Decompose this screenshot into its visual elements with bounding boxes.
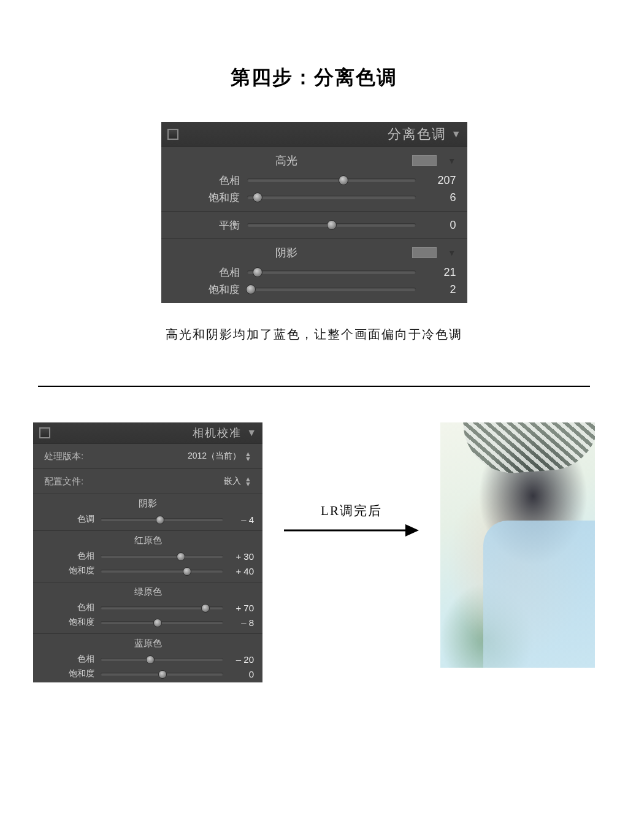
calib-blue-section: 蓝原色 色相 – 20 饱和度 0 — [33, 634, 262, 682]
process-version-label: 处理版本: — [44, 451, 188, 462]
slider-track[interactable] — [247, 270, 416, 274]
slider-value: 21 — [416, 266, 456, 279]
slider-value: – 20 — [223, 654, 254, 665]
slider-thumb[interactable] — [177, 552, 185, 561]
slider-label: 饱和度 — [161, 283, 247, 297]
slider-value: + 70 — [223, 603, 254, 613]
shadows-sat-slider[interactable]: 饱和度 2 — [161, 281, 467, 298]
calib-blue-label: 蓝原色 — [33, 636, 262, 652]
slider-label: 色相 — [161, 174, 247, 188]
highlights-sat-slider[interactable]: 饱和度 6 — [161, 189, 467, 206]
process-version-row[interactable]: 处理版本: 2012（当前） ▲▼ — [33, 444, 262, 469]
calib-shadows-label: 阴影 — [33, 497, 262, 512]
slider-label: 饱和度 — [33, 617, 101, 628]
slider-label: 色相 — [33, 551, 101, 562]
panel-toggle-icon[interactable] — [39, 427, 50, 438]
panel-toggle-icon[interactable] — [167, 129, 178, 140]
slider-track[interactable] — [247, 178, 416, 182]
calib-blue-hue-slider[interactable]: 色相 – 20 — [33, 652, 262, 666]
slider-track[interactable] — [101, 621, 223, 624]
calib-shadows-tint-slider[interactable]: 色调 – 4 — [33, 512, 262, 527]
dropdown-value: 嵌入 — [224, 476, 241, 487]
slider-thumb[interactable] — [156, 516, 164, 524]
calib-red-section: 红原色 色相 + 30 饱和度 + 40 — [33, 531, 262, 582]
slider-track[interactable] — [101, 518, 223, 521]
highlights-swatch[interactable] — [412, 155, 437, 166]
profile-value[interactable]: 嵌入 ▲▼ — [224, 476, 251, 487]
slider-thumb[interactable] — [183, 567, 191, 576]
slider-thumb[interactable] — [146, 655, 155, 664]
slider-value: + 30 — [223, 551, 254, 562]
profile-row[interactable]: 配置文件: 嵌入 ▲▼ — [33, 469, 262, 494]
slider-thumb[interactable] — [253, 193, 262, 202]
shadows-section: 阴影 ▼ 色相 21 饱和度 2 — [161, 239, 467, 303]
chevron-down-icon[interactable]: ▼ — [448, 248, 456, 258]
slider-track[interactable] — [247, 288, 416, 291]
panel-title-text: 分离色调 — [178, 125, 451, 143]
highlights-section: 高光 ▼ 色相 207 饱和度 6 — [161, 147, 467, 212]
arrow-label: LR调完后 — [321, 502, 382, 519]
slider-value: 0 — [223, 669, 254, 679]
updown-icon[interactable]: ▲▼ — [245, 451, 251, 461]
calib-blue-sat-slider[interactable]: 饱和度 0 — [33, 666, 262, 681]
slider-value: 6 — [416, 191, 456, 204]
process-version-value[interactable]: 2012（当前） ▲▼ — [188, 451, 251, 462]
slider-value: 2 — [416, 283, 456, 296]
chevron-down-icon[interactable]: ▼ — [448, 156, 456, 166]
slider-track[interactable] — [101, 570, 223, 573]
slider-track[interactable] — [101, 673, 223, 676]
slider-thumb[interactable] — [327, 220, 337, 230]
chevron-down-icon[interactable]: ▼ — [451, 129, 461, 140]
calib-green-label: 绿原色 — [33, 585, 262, 600]
slider-thumb[interactable] — [153, 619, 162, 627]
calib-green-section: 绿原色 色相 + 70 饱和度 – 8 — [33, 582, 262, 634]
panel-title-text: 相机校准 — [50, 426, 247, 440]
camera-calibration-panel: 相机校准 ▼ 处理版本: 2012（当前） ▲▼ 配置文件: 嵌入 ▲▼ 阴影 — [33, 422, 262, 682]
arrow-right-icon — [284, 522, 419, 539]
result-photo — [440, 422, 595, 668]
slider-track[interactable] — [247, 196, 416, 199]
calib-green-hue-slider[interactable]: 色相 + 70 — [33, 600, 262, 615]
dropdown-value: 2012（当前） — [188, 451, 241, 462]
calib-red-label: 红原色 — [33, 533, 262, 549]
divider-line — [38, 386, 590, 387]
slider-thumb[interactable] — [246, 284, 256, 294]
slider-label: 色调 — [33, 514, 101, 525]
page-title: 第四步：分离色调 — [0, 64, 628, 91]
slider-label: 平衡 — [161, 218, 247, 232]
slider-value: – 4 — [223, 514, 254, 525]
slider-thumb[interactable] — [201, 604, 210, 613]
balance-slider[interactable]: 平衡 0 — [161, 216, 467, 234]
caption-text: 高光和阴影均加了蓝色，让整个画面偏向于冷色调 — [0, 326, 628, 343]
slider-thumb[interactable] — [253, 267, 262, 277]
slider-value: 207 — [416, 174, 456, 187]
slider-label: 色相 — [33, 602, 101, 613]
updown-icon[interactable]: ▲▼ — [245, 476, 251, 486]
slider-track[interactable] — [101, 555, 223, 558]
slider-thumb[interactable] — [339, 175, 348, 185]
shadows-swatch[interactable] — [412, 247, 437, 258]
slider-track[interactable] — [101, 606, 223, 609]
slider-track[interactable] — [247, 223, 416, 227]
profile-label: 配置文件: — [44, 476, 224, 487]
highlights-hue-slider[interactable]: 色相 207 — [161, 172, 467, 189]
slider-label: 色相 — [33, 654, 101, 665]
highlights-label: 高光 — [161, 153, 412, 168]
shadows-hue-slider[interactable]: 色相 21 — [161, 264, 467, 281]
panel-header[interactable]: 分离色调 ▼ — [161, 122, 467, 147]
shadows-header: 阴影 ▼ — [161, 244, 467, 264]
slider-value: + 40 — [223, 566, 254, 576]
calib-shadows-section: 阴影 色调 – 4 — [33, 494, 262, 531]
calib-red-sat-slider[interactable]: 饱和度 + 40 — [33, 563, 262, 578]
chevron-down-icon[interactable]: ▼ — [247, 427, 256, 438]
svg-marker-1 — [405, 524, 419, 536]
split-toning-panel: 分离色调 ▼ 高光 ▼ 色相 207 饱和度 6 — [161, 122, 467, 303]
panel-header[interactable]: 相机校准 ▼ — [33, 422, 262, 444]
calib-green-sat-slider[interactable]: 饱和度 – 8 — [33, 615, 262, 630]
shadows-label: 阴影 — [161, 245, 412, 260]
slider-thumb[interactable] — [158, 670, 167, 679]
slider-track[interactable] — [101, 658, 223, 661]
calib-red-hue-slider[interactable]: 色相 + 30 — [33, 549, 262, 563]
slider-value: 0 — [416, 219, 456, 232]
slider-value: – 8 — [223, 617, 254, 628]
